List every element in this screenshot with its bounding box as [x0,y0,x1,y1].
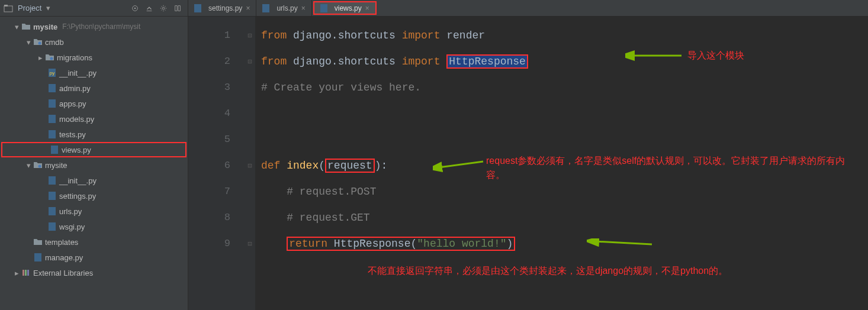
svg-text:py: py [50,70,54,76]
python-file-icon [47,176,57,185]
svg-point-4 [162,7,165,9]
code-editor[interactable]: 1 2 3 4 5 6 7 8 9 ⊟ ⊟ ⊟ ⊟ [188,17,868,310]
tree-file[interactable]: settings.py [0,188,188,204]
tree-label: models.py [59,115,94,124]
sidebar-dropdown-icon[interactable]: ▾ [46,4,50,12]
tree-external-libs[interactable]: ▸ External Libraries [0,265,188,280]
code-line[interactable]: # request.GET [255,205,868,231]
line-number: 9 [188,231,245,257]
code-line[interactable]: # Create your views here. [255,75,868,101]
expand-arrow-icon[interactable]: ▸ [36,53,45,62]
code-line[interactable]: # request.POST [255,179,868,205]
tree-path: F:\Python\pycharm\mysit [62,22,140,31]
highlighted-return: return HttpResponse("hello world!") [287,237,515,251]
expand-arrow-icon[interactable]: ▾ [24,37,33,47]
library-icon [21,268,31,277]
tree-folder-mysite-pkg[interactable]: ▾ mysite [0,157,188,173]
tree-file-models[interactable]: models.py [0,111,188,127]
code-line[interactable]: from django.shortcuts import render [255,22,868,49]
tree-file-tests[interactable]: tests.py [0,127,188,142]
tab-views[interactable]: views.py × [313,1,377,15]
tree-label: admin.py [59,84,91,93]
close-icon[interactable]: × [301,4,306,12]
tree-file-views[interactable]: views.py [1,142,187,157]
expand-arrow-icon[interactable]: ▾ [24,160,33,170]
editor-tabs: settings.py × urls.py × views.py × [188,0,868,17]
tab-label: urls.py [277,4,297,12]
svg-rect-0 [4,6,12,12]
tree-label: migrations [57,53,92,62]
tree-file-manage[interactable]: ▸ manage.py [0,250,188,265]
line-number: 7 [188,179,245,205]
tree-label: __init__.py [59,176,97,185]
tree-label: __init__.py [59,69,97,78]
hide-icon[interactable] [171,2,184,15]
tab-settings[interactable]: settings.py × [188,0,256,16]
highlighted-request: request [325,159,375,173]
tree-folder-cmdb[interactable]: ▾ cmdb [0,34,188,50]
app-root: Project ▾ ▾ mysite F:\Python\pycharm\mys… [0,0,868,310]
tree-file[interactable]: __init__.py [0,173,188,188]
tree-file[interactable]: urls.py [0,204,188,219]
python-file-icon [47,222,57,231]
python-file-icon [47,83,57,93]
fold-marker-icon[interactable]: ⊟ [245,22,255,49]
tab-label: settings.py [208,4,242,12]
tree-label: views.py [62,146,91,154]
svg-rect-13 [51,146,58,154]
tree-folder-migrations[interactable]: ▸ migrations [0,50,188,65]
annotation-request: request参数必须有，名字是类似self的默认规则，可以改。它封装了用户请求… [486,154,853,182]
svg-rect-18 [49,222,56,231]
svg-rect-24 [262,4,269,12]
tree-file[interactable]: wsgi.py [0,219,188,234]
expand-arrow-icon[interactable]: ▾ [12,22,21,31]
fold-marker-icon[interactable]: ⊟ [245,153,255,179]
svg-point-14 [38,165,41,168]
tree-file-apps[interactable]: apps.py [0,96,188,111]
collapse-icon[interactable] [143,2,156,15]
expand-arrow-icon[interactable]: ▸ [12,268,21,277]
tree-label: mysite [45,161,67,170]
tree-label: urls.py [59,207,82,216]
tree-file-init[interactable]: py __init__.py [0,65,188,80]
line-number: 2 [188,49,245,75]
annotation-import: 导入这个模块 [687,49,744,63]
code-content[interactable]: from django.shortcuts import render from… [255,17,868,310]
python-file-icon [50,145,59,154]
locate-icon[interactable] [128,2,142,15]
tree-root-mysite[interactable]: ▾ mysite F:\Python\pycharm\mysit [0,19,188,34]
line-number: 3 [188,75,245,101]
svg-rect-9 [49,84,56,92]
svg-rect-16 [49,192,56,200]
python-file-icon [261,4,271,13]
tree-folder-templates[interactable]: ▸ templates [0,234,188,250]
code-line[interactable] [255,127,868,153]
package-icon [33,37,43,47]
folder-icon [21,22,31,31]
python-file-icon [47,130,57,139]
code-line[interactable] [255,101,868,127]
python-file-icon [47,114,57,124]
line-number: 4 [188,101,245,127]
tab-urls[interactable]: urls.py × [256,0,311,16]
settings-gear-icon[interactable] [157,2,170,15]
svg-point-5 [38,42,41,45]
highlighted-httpresponse: HttpResponse [446,54,528,69]
code-line[interactable]: from django.shortcuts import HttpRespons… [255,49,868,75]
tree-file-admin[interactable]: admin.py [0,80,188,96]
project-tree: ▾ mysite F:\Python\pycharm\mysit ▾ cmdb … [0,17,188,283]
code-line[interactable]: return HttpResponse("hello world!") [255,231,868,257]
svg-rect-17 [49,207,56,215]
tree-label: External Libraries [33,269,93,277]
package-icon [33,160,43,170]
svg-rect-19 [34,253,41,261]
svg-rect-1 [4,5,8,7]
python-file-icon [47,191,57,201]
tree-label: tests.py [59,130,86,139]
annotation-return: 不能直接返回字符串，必须是由这个类封装起来，这是django的规则，不是pyth… [368,264,818,278]
python-file-icon [319,4,329,13]
tree-label: mysite [33,22,57,31]
close-icon[interactable]: × [365,4,369,12]
close-icon[interactable]: × [246,4,250,12]
line-number: 8 [188,205,245,231]
